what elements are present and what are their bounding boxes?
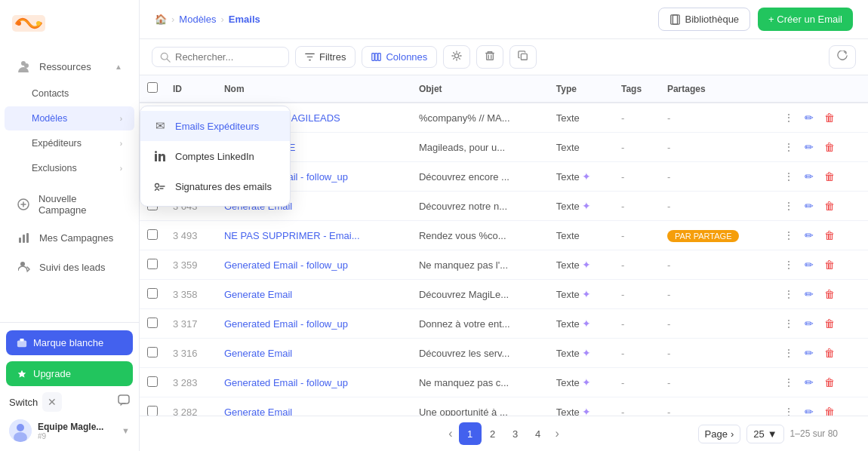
row-checkbox[interactable] xyxy=(147,376,158,387)
table-row: 3 317 Generated Email - follow_up Donnez… xyxy=(140,309,868,339)
row-more-button[interactable]: ⋮ xyxy=(780,109,798,126)
cell-type: Texte xyxy=(549,221,614,250)
row-edit-button[interactable]: ✏ xyxy=(801,374,817,391)
refresh-button[interactable] xyxy=(829,45,856,69)
creer-email-button[interactable]: + Créer un Email xyxy=(758,8,853,31)
bibliotheque-button[interactable]: Bibliothèque xyxy=(658,8,751,31)
cell-tags: - xyxy=(614,250,660,280)
row-checkbox[interactable] xyxy=(147,406,158,416)
breadcrumb-home[interactable]: 🏠 xyxy=(155,14,167,25)
svg-rect-6 xyxy=(26,233,29,243)
page-1-button[interactable]: 1 xyxy=(459,422,482,445)
row-edit-button[interactable]: ✏ xyxy=(801,256,817,273)
row-edit-button[interactable]: ✏ xyxy=(801,198,817,214)
row-delete-button[interactable]: 🗑 xyxy=(820,403,839,416)
sidebar-item-expediteurs-label: Expéditeurs xyxy=(32,138,82,149)
partages-dash: - xyxy=(667,171,670,183)
trash-button[interactable] xyxy=(476,45,503,69)
svg-rect-5 xyxy=(23,235,25,243)
switch-close-button[interactable]: ✕ xyxy=(42,392,62,412)
row-more-button[interactable]: ⋮ xyxy=(780,403,798,416)
sidebar-item-nouvelle-campagne[interactable]: Nouvelle Campagne xyxy=(5,186,134,222)
row-edit-button[interactable]: ✏ xyxy=(801,168,817,185)
dropdown-item-comptes-linkedin[interactable]: Comptes LinkedIn xyxy=(140,141,290,171)
page-3-button[interactable]: 3 xyxy=(504,422,527,445)
partages-dash: - xyxy=(667,318,670,330)
row-delete-button[interactable]: 🗑 xyxy=(820,168,839,185)
breadcrumb-current: Emails xyxy=(229,14,260,25)
row-edit-button[interactable]: ✏ xyxy=(801,139,817,155)
sidebar-item-expediteurs[interactable]: Expéditeurs › xyxy=(5,131,134,155)
search-input[interactable] xyxy=(175,51,281,63)
row-delete-button[interactable]: 🗑 xyxy=(820,198,839,214)
user-row[interactable]: Equipe Magle... #9 ▼ xyxy=(6,415,133,443)
row-delete-button[interactable]: 🗑 xyxy=(820,227,839,244)
row-delete-button[interactable]: 🗑 xyxy=(820,109,839,126)
row-more-button[interactable]: ⋮ xyxy=(780,139,798,155)
colonnes-button[interactable]: Colonnes xyxy=(362,46,437,68)
row-checkbox[interactable] xyxy=(147,347,158,357)
sidebar-item-mes-campagnes[interactable]: Mes Campagnes xyxy=(5,223,134,252)
row-checkbox[interactable] xyxy=(147,318,158,328)
cell-id: 3 317 xyxy=(165,309,217,339)
sidebar-item-suivi-leads[interactable]: Suivi des leads xyxy=(5,253,134,281)
filtres-button[interactable]: Filtres xyxy=(295,46,356,68)
partages-dash: - xyxy=(667,407,670,416)
next-page-button[interactable]: › xyxy=(549,424,565,443)
row-delete-button[interactable]: 🗑 xyxy=(820,256,839,273)
row-more-button[interactable]: ⋮ xyxy=(780,168,798,185)
sidebar-item-modeles[interactable]: Modèles › xyxy=(5,106,134,130)
row-edit-button[interactable]: ✏ xyxy=(801,315,817,332)
page-2-button[interactable]: 2 xyxy=(482,422,504,445)
row-more-button[interactable]: ⋮ xyxy=(780,345,798,361)
per-page-select[interactable]: 25 ▼ xyxy=(746,425,783,443)
row-more-button[interactable]: ⋮ xyxy=(780,198,798,214)
dropdown-item-emails-exp[interactable]: ✉ Emails Expéditeurs xyxy=(140,111,290,141)
row-delete-button[interactable]: 🗑 xyxy=(820,286,839,302)
sidebar-item-exclusions[interactable]: Exclusions › xyxy=(5,156,134,180)
row-edit-button[interactable]: ✏ xyxy=(801,227,817,244)
page-4-button[interactable]: 4 xyxy=(527,422,549,445)
cell-tags: - xyxy=(614,192,660,221)
row-checkbox[interactable] xyxy=(147,288,158,299)
row-checkbox[interactable] xyxy=(147,259,158,269)
breadcrumb-modeles[interactable]: Modèles xyxy=(179,14,216,25)
row-edit-button[interactable]: ✏ xyxy=(801,286,817,302)
copy-button[interactable] xyxy=(509,45,537,69)
sidebar-item-contacts[interactable]: Contacts xyxy=(5,81,134,106)
cell-tags: - xyxy=(614,280,660,309)
svg-point-7 xyxy=(20,262,25,266)
sidebar-item-suivi-leads-label: Suivi des leads xyxy=(39,262,105,273)
switch-label: Switch xyxy=(9,397,38,408)
prev-page-button[interactable]: ‹ xyxy=(442,424,458,443)
row-more-button[interactable]: ⋮ xyxy=(780,374,798,391)
row-more-button[interactable]: ⋮ xyxy=(780,256,798,273)
row-edit-button[interactable]: ✏ xyxy=(801,345,817,361)
row-more-button[interactable]: ⋮ xyxy=(780,286,798,302)
user-chevron-icon: ▼ xyxy=(122,426,130,435)
sidebar-item-ressources[interactable]: Ressources ▲ xyxy=(5,52,134,81)
row-delete-button[interactable]: 🗑 xyxy=(820,315,839,332)
row-delete-button[interactable]: 🗑 xyxy=(820,374,839,391)
row-edit-button[interactable]: ✏ xyxy=(801,403,817,416)
people-icon xyxy=(17,59,32,74)
select-all-checkbox[interactable] xyxy=(147,82,158,93)
row-more-button[interactable]: ⋮ xyxy=(780,315,798,332)
upgrade-button[interactable]: Upgrade xyxy=(6,361,133,386)
row-delete-button[interactable]: 🗑 xyxy=(820,345,839,361)
marque-blanche-button[interactable]: Marque blanche xyxy=(6,330,133,355)
page-input-box[interactable]: Page › xyxy=(698,425,741,443)
settings-button[interactable] xyxy=(443,45,470,69)
ai-icon: ✦ xyxy=(582,170,591,183)
row-edit-button[interactable]: ✏ xyxy=(801,109,817,126)
linkedin-icon xyxy=(152,149,168,164)
sidebar-nav: Ressources ▲ Contacts Modèles › Expédite… xyxy=(0,47,139,322)
cell-type: Texte ✦ xyxy=(549,162,614,192)
pagination-wrapper: ‹ 1 2 3 4 › Page › 25 ▼ 1–25 sur 80 xyxy=(155,422,853,445)
row-checkbox[interactable] xyxy=(147,229,158,240)
cell-type: Texte ✦ xyxy=(549,339,614,368)
dropdown-item-signatures[interactable]: Signatures des emails xyxy=(140,171,290,201)
row-more-button[interactable]: ⋮ xyxy=(780,227,798,244)
row-delete-button[interactable]: 🗑 xyxy=(820,139,839,155)
switch-chat-button[interactable] xyxy=(118,394,130,410)
